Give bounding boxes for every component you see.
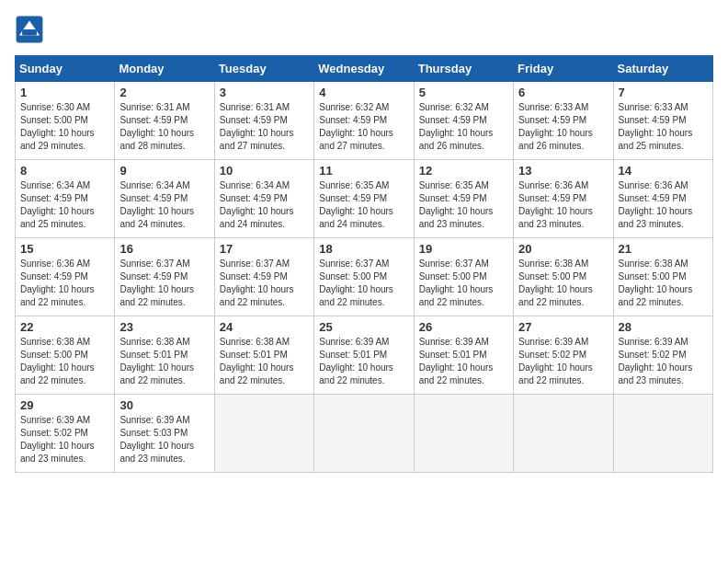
- day-number: 28: [619, 320, 708, 334]
- day-number: 14: [619, 164, 708, 178]
- calendar-week-row: 1 Sunrise: 6:30 AM Sunset: 5:00 PM Dayli…: [16, 82, 713, 160]
- day-info: Sunrise: 6:31 AM Sunset: 4:59 PM Dayligh…: [119, 101, 209, 153]
- day-number: 27: [518, 320, 608, 334]
- table-row: [613, 395, 712, 473]
- day-number: 11: [319, 164, 408, 178]
- day-info: Sunrise: 6:38 AM Sunset: 5:01 PM Dayligh…: [119, 336, 209, 387]
- table-row: 19 Sunrise: 6:37 AM Sunset: 5:00 PM Dayl…: [414, 238, 513, 316]
- day-number: 16: [119, 242, 209, 256]
- day-info: Sunrise: 6:37 AM Sunset: 5:00 PM Dayligh…: [319, 258, 408, 309]
- weekday-header-row: Sunday Monday Tuesday Wednesday Thursday…: [16, 56, 713, 82]
- day-info: Sunrise: 6:34 AM Sunset: 4:59 PM Dayligh…: [220, 179, 309, 231]
- table-row: 3 Sunrise: 6:31 AM Sunset: 4:59 PM Dayli…: [214, 82, 313, 160]
- table-row: [414, 395, 513, 473]
- table-row: 7 Sunrise: 6:33 AM Sunset: 4:59 PM Dayli…: [613, 82, 712, 160]
- day-info: Sunrise: 6:30 AM Sunset: 5:00 PM Dayligh…: [20, 101, 109, 153]
- day-number: 25: [319, 320, 408, 334]
- table-row: 22 Sunrise: 6:38 AM Sunset: 5:00 PM Dayl…: [16, 316, 115, 395]
- table-row: 6 Sunrise: 6:33 AM Sunset: 4:59 PM Dayli…: [514, 82, 613, 160]
- table-row: 29 Sunrise: 6:39 AM Sunset: 5:02 PM Dayl…: [16, 395, 115, 473]
- day-number: 26: [419, 320, 508, 334]
- table-row: 11 Sunrise: 6:35 AM Sunset: 4:59 PM Dayl…: [314, 160, 414, 238]
- table-row: 5 Sunrise: 6:32 AM Sunset: 4:59 PM Dayli…: [414, 82, 513, 160]
- header-sunday: Sunday: [16, 56, 115, 82]
- day-info: Sunrise: 6:39 AM Sunset: 5:01 PM Dayligh…: [319, 336, 408, 387]
- table-row: 13 Sunrise: 6:36 AM Sunset: 4:59 PM Dayl…: [514, 160, 613, 238]
- day-info: Sunrise: 6:39 AM Sunset: 5:02 PM Dayligh…: [518, 336, 608, 387]
- day-number: 17: [220, 242, 309, 256]
- day-number: 13: [518, 164, 608, 178]
- page-header: [15, 15, 713, 44]
- day-info: Sunrise: 6:38 AM Sunset: 5:00 PM Dayligh…: [619, 258, 708, 309]
- table-row: 20 Sunrise: 6:38 AM Sunset: 5:00 PM Dayl…: [514, 238, 613, 316]
- day-info: Sunrise: 6:33 AM Sunset: 4:59 PM Dayligh…: [619, 101, 708, 153]
- table-row: 10 Sunrise: 6:34 AM Sunset: 4:59 PM Dayl…: [214, 160, 313, 238]
- header-friday: Friday: [514, 56, 613, 82]
- day-info: Sunrise: 6:39 AM Sunset: 5:01 PM Dayligh…: [419, 336, 508, 387]
- day-info: Sunrise: 6:38 AM Sunset: 5:01 PM Dayligh…: [220, 336, 309, 387]
- day-number: 23: [119, 320, 209, 334]
- table-row: 1 Sunrise: 6:30 AM Sunset: 5:00 PM Dayli…: [16, 82, 115, 160]
- calendar-table: Sunday Monday Tuesday Wednesday Thursday…: [15, 55, 713, 473]
- table-row: 23 Sunrise: 6:38 AM Sunset: 5:01 PM Dayl…: [115, 316, 214, 395]
- day-info: Sunrise: 6:34 AM Sunset: 4:59 PM Dayligh…: [119, 179, 209, 231]
- table-row: 24 Sunrise: 6:38 AM Sunset: 5:01 PM Dayl…: [214, 316, 313, 395]
- day-info: Sunrise: 6:31 AM Sunset: 4:59 PM Dayligh…: [220, 101, 309, 153]
- day-info: Sunrise: 6:36 AM Sunset: 4:59 PM Dayligh…: [20, 258, 109, 309]
- table-row: 18 Sunrise: 6:37 AM Sunset: 5:00 PM Dayl…: [314, 238, 414, 316]
- table-row: [514, 395, 613, 473]
- logo-icon: [15, 15, 44, 44]
- table-row: 21 Sunrise: 6:38 AM Sunset: 5:00 PM Dayl…: [613, 238, 712, 316]
- day-number: 8: [20, 164, 109, 178]
- table-row: [314, 395, 414, 473]
- table-row: 12 Sunrise: 6:35 AM Sunset: 4:59 PM Dayl…: [414, 160, 513, 238]
- calendar-week-row: 22 Sunrise: 6:38 AM Sunset: 5:00 PM Dayl…: [16, 316, 713, 395]
- day-number: 19: [419, 242, 508, 256]
- day-info: Sunrise: 6:35 AM Sunset: 4:59 PM Dayligh…: [319, 179, 408, 231]
- header-monday: Monday: [115, 56, 214, 82]
- header-saturday: Saturday: [613, 56, 712, 82]
- day-number: 24: [220, 320, 309, 334]
- day-info: Sunrise: 6:35 AM Sunset: 4:59 PM Dayligh…: [419, 179, 508, 231]
- day-number: 12: [419, 164, 508, 178]
- day-number: 30: [119, 398, 209, 412]
- table-row: 30 Sunrise: 6:39 AM Sunset: 5:03 PM Dayl…: [115, 395, 214, 473]
- day-info: Sunrise: 6:39 AM Sunset: 5:02 PM Dayligh…: [619, 336, 708, 387]
- table-row: 26 Sunrise: 6:39 AM Sunset: 5:01 PM Dayl…: [414, 316, 513, 395]
- table-row: 17 Sunrise: 6:37 AM Sunset: 4:59 PM Dayl…: [214, 238, 313, 316]
- logo: [15, 15, 48, 44]
- day-number: 18: [319, 242, 408, 256]
- header-wednesday: Wednesday: [314, 56, 414, 82]
- day-number: 6: [518, 86, 608, 99]
- table-row: [214, 395, 313, 473]
- table-row: 9 Sunrise: 6:34 AM Sunset: 4:59 PM Dayli…: [115, 160, 214, 238]
- day-info: Sunrise: 6:36 AM Sunset: 4:59 PM Dayligh…: [619, 179, 708, 231]
- day-number: 22: [20, 320, 109, 334]
- table-row: 28 Sunrise: 6:39 AM Sunset: 5:02 PM Dayl…: [613, 316, 712, 395]
- day-info: Sunrise: 6:38 AM Sunset: 5:00 PM Dayligh…: [518, 258, 608, 309]
- day-info: Sunrise: 6:33 AM Sunset: 4:59 PM Dayligh…: [518, 101, 608, 153]
- table-row: 8 Sunrise: 6:34 AM Sunset: 4:59 PM Dayli…: [16, 160, 115, 238]
- table-row: 2 Sunrise: 6:31 AM Sunset: 4:59 PM Dayli…: [115, 82, 214, 160]
- day-info: Sunrise: 6:37 AM Sunset: 4:59 PM Dayligh…: [220, 258, 309, 309]
- svg-rect-2: [22, 29, 37, 35]
- day-info: Sunrise: 6:34 AM Sunset: 4:59 PM Dayligh…: [20, 179, 109, 231]
- day-info: Sunrise: 6:36 AM Sunset: 4:59 PM Dayligh…: [518, 179, 608, 231]
- day-info: Sunrise: 6:39 AM Sunset: 5:03 PM Dayligh…: [119, 414, 209, 465]
- day-number: 9: [119, 164, 209, 178]
- day-number: 29: [20, 398, 109, 412]
- table-row: 14 Sunrise: 6:36 AM Sunset: 4:59 PM Dayl…: [613, 160, 712, 238]
- calendar-week-row: 29 Sunrise: 6:39 AM Sunset: 5:02 PM Dayl…: [16, 395, 713, 473]
- table-row: 27 Sunrise: 6:39 AM Sunset: 5:02 PM Dayl…: [514, 316, 613, 395]
- day-number: 3: [220, 86, 309, 99]
- table-row: 16 Sunrise: 6:37 AM Sunset: 4:59 PM Dayl…: [115, 238, 214, 316]
- day-number: 10: [220, 164, 309, 178]
- day-number: 21: [619, 242, 708, 256]
- table-row: 25 Sunrise: 6:39 AM Sunset: 5:01 PM Dayl…: [314, 316, 414, 395]
- day-info: Sunrise: 6:37 AM Sunset: 4:59 PM Dayligh…: [119, 258, 209, 309]
- day-number: 1: [20, 86, 109, 99]
- day-info: Sunrise: 6:37 AM Sunset: 5:00 PM Dayligh…: [419, 258, 508, 309]
- day-info: Sunrise: 6:32 AM Sunset: 4:59 PM Dayligh…: [319, 101, 408, 153]
- day-number: 7: [619, 86, 708, 99]
- day-number: 4: [319, 86, 408, 99]
